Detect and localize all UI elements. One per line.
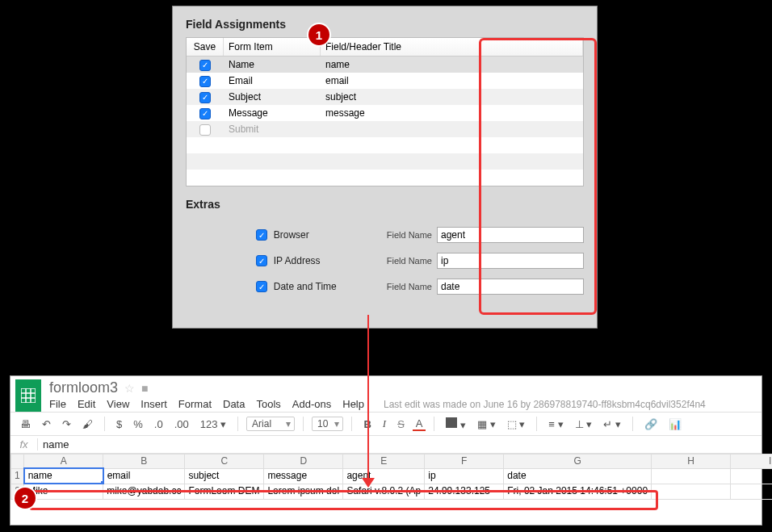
annotation-badge-1: 1 bbox=[308, 24, 329, 45]
cell[interactable] bbox=[731, 484, 772, 499]
docbar: formloom3 ☆ ■ File Edit View Insert Form… bbox=[10, 376, 762, 412]
annotation-arrow-head-icon bbox=[362, 478, 375, 488]
menu-file[interactable]: File bbox=[49, 398, 66, 410]
last-edit-text: Last edit was made on June 16 by 2869788… bbox=[384, 399, 706, 410]
cell[interactable] bbox=[652, 484, 731, 499]
annotation-highlight-top bbox=[479, 38, 597, 315]
format-percent[interactable]: % bbox=[130, 418, 146, 430]
col-header[interactable]: E bbox=[343, 455, 425, 469]
checkbox-icon[interactable]: ✓ bbox=[256, 281, 267, 292]
font-size-select[interactable]: 10 bbox=[312, 417, 343, 431]
checkbox-icon[interactable]: ✓ bbox=[199, 108, 211, 119]
cell[interactable] bbox=[652, 468, 731, 484]
extra-label: IP Address bbox=[274, 255, 387, 266]
fill-color-icon[interactable]: ▾ bbox=[443, 417, 469, 431]
col-header-save[interactable]: Save bbox=[187, 38, 224, 56]
menu-edit[interactable]: Edit bbox=[78, 398, 95, 410]
col-header[interactable]: H bbox=[652, 455, 731, 469]
cell[interactable]: ip bbox=[425, 468, 504, 484]
cell[interactable]: name bbox=[24, 468, 103, 484]
checkbox-icon[interactable]: ✓ bbox=[256, 255, 267, 266]
menu-format[interactable]: Format bbox=[178, 398, 212, 410]
format-currency[interactable]: $ bbox=[113, 418, 125, 430]
checkbox-icon[interactable]: ✓ bbox=[199, 60, 211, 71]
dec-more[interactable]: .00 bbox=[171, 418, 192, 430]
strike-button[interactable]: S bbox=[394, 418, 408, 430]
cell[interactable]: message bbox=[264, 468, 343, 484]
undo-icon[interactable]: ↶ bbox=[39, 418, 54, 430]
field-name-label: Field Name bbox=[387, 282, 432, 291]
menu-tools[interactable]: Tools bbox=[256, 398, 280, 410]
field-name-label: Field Name bbox=[387, 230, 432, 240]
menu-help[interactable]: Help bbox=[342, 398, 364, 410]
row-item: Submit bbox=[224, 121, 321, 137]
star-icon[interactable]: ☆ bbox=[124, 382, 135, 395]
paint-format-icon[interactable]: 🖌 bbox=[79, 418, 96, 430]
cell[interactable]: date bbox=[504, 468, 652, 484]
checkbox-icon[interactable]: ✓ bbox=[199, 76, 211, 87]
cell[interactable]: agent bbox=[343, 468, 425, 484]
col-header[interactable]: G bbox=[504, 455, 652, 469]
col-header[interactable]: I bbox=[731, 455, 772, 469]
menu-insert[interactable]: Insert bbox=[141, 398, 167, 410]
row-item: Email bbox=[224, 73, 321, 89]
formula-value[interactable]: name bbox=[38, 438, 69, 450]
annotation-highlight-bottom bbox=[29, 490, 658, 510]
extra-label: Date and Time bbox=[274, 281, 387, 292]
merge-icon[interactable]: ⬚ ▾ bbox=[504, 418, 529, 430]
dec-less[interactable]: .0 bbox=[151, 418, 166, 430]
formula-bar: fx name bbox=[10, 436, 762, 454]
corner-cell[interactable] bbox=[11, 455, 24, 469]
cell[interactable]: email bbox=[103, 468, 185, 484]
row-item: Subject bbox=[224, 89, 321, 105]
print-icon[interactable]: 🖶 bbox=[17, 418, 34, 430]
col-header[interactable]: A bbox=[24, 455, 103, 469]
annotation-badge-2: 2 bbox=[15, 488, 36, 509]
col-header[interactable]: B bbox=[103, 455, 185, 469]
menu-data[interactable]: Data bbox=[223, 398, 245, 410]
extra-label: Browser bbox=[274, 229, 387, 241]
menu-view[interactable]: View bbox=[107, 398, 129, 410]
row-item: Name bbox=[224, 57, 321, 73]
link-icon[interactable]: 🔗 bbox=[641, 418, 661, 430]
column-headers: A B C D E F G H I bbox=[11, 455, 773, 469]
font-select[interactable]: Arial bbox=[246, 417, 295, 431]
cell[interactable]: subject bbox=[185, 468, 264, 484]
col-header[interactable]: C bbox=[185, 455, 264, 469]
italic-button[interactable]: I bbox=[380, 417, 389, 430]
toolbar: 🖶 ↶ ↷ 🖌 $ % .0 .00 123 ▾ Arial 10 B I S … bbox=[10, 412, 762, 436]
chart-icon[interactable]: 📊 bbox=[665, 418, 685, 430]
fx-icon: fx bbox=[10, 438, 38, 450]
doc-title[interactable]: formloom3 bbox=[49, 379, 118, 396]
text-color-button[interactable]: A bbox=[413, 417, 426, 431]
row-number[interactable]: 1 bbox=[11, 468, 24, 484]
annotation-arrow-line bbox=[367, 315, 369, 482]
section-title-field-assignments: Field Assignments bbox=[173, 6, 597, 37]
cell[interactable] bbox=[731, 468, 772, 484]
menu-addons[interactable]: Add-ons bbox=[292, 398, 331, 410]
row-item: Message bbox=[224, 105, 321, 121]
svg-rect-0 bbox=[21, 388, 36, 403]
num-format[interactable]: 123 ▾ bbox=[197, 418, 229, 430]
wrap-icon[interactable]: ↵ ▾ bbox=[600, 418, 624, 430]
menu-bar: File Edit View Insert Format Data Tools … bbox=[49, 398, 757, 410]
sheets-app-icon[interactable] bbox=[15, 379, 41, 412]
checkbox-icon[interactable]: ✓ bbox=[256, 229, 267, 241]
h-align-icon[interactable]: ≡ ▾ bbox=[545, 418, 566, 430]
folder-icon[interactable]: ■ bbox=[141, 382, 148, 395]
col-header[interactable]: D bbox=[264, 455, 343, 469]
borders-icon[interactable]: ▦ ▾ bbox=[474, 418, 499, 430]
checkbox-icon[interactable] bbox=[199, 124, 211, 136]
redo-icon[interactable]: ↷ bbox=[59, 418, 74, 430]
grid-row: 1 name email subject message agent ip da… bbox=[11, 468, 773, 484]
field-name-label: Field Name bbox=[387, 256, 432, 266]
checkbox-icon[interactable]: ✓ bbox=[199, 92, 211, 103]
col-header-item[interactable]: Form Item bbox=[224, 38, 321, 56]
v-align-icon[interactable]: ⊥ ▾ bbox=[572, 418, 596, 430]
col-header[interactable]: F bbox=[425, 455, 504, 469]
